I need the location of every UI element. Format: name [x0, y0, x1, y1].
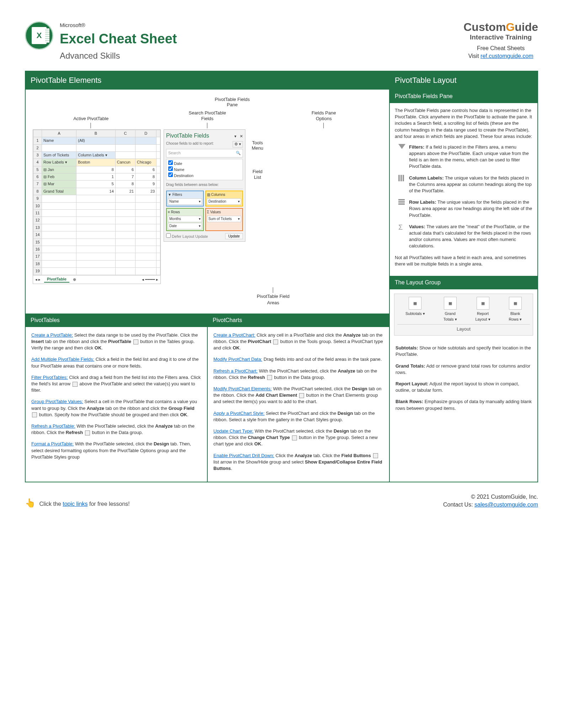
page-subtitle: Advanced Skills [60, 50, 177, 62]
topic-link[interactable]: Add Multiple PivotTable Fields: [31, 357, 94, 362]
callout-fields-pane: PivotTable Fields Pane [215, 97, 250, 108]
section-pivotcharts: PivotCharts [208, 314, 389, 327]
topic-link[interactable]: Modify PivotChart Elements: [213, 386, 272, 391]
layout-group-button: ▦ReportLayout ▾ [475, 297, 490, 322]
search-icon: 🔍 [236, 150, 241, 156]
layout-group-button: ▦GrandTotals ▾ [444, 297, 457, 322]
excel-logo-letter: X [32, 27, 47, 44]
callout-field-list: Field List [248, 169, 267, 180]
excel-logo-icon: X [25, 21, 53, 50]
topic-link[interactable]: Apply a PivotChart Style: [213, 411, 265, 416]
update-button[interactable]: Update [225, 233, 243, 239]
layout-group-button: ▦BlankRows ▾ [509, 297, 522, 322]
topic-link[interactable]: Filter PivotTables: [31, 375, 68, 380]
topic-link[interactable]: Group PivotTable Values: [31, 399, 83, 404]
fields-pane-outro: Not all PivotTables will have a field in… [395, 255, 532, 267]
pivottable-fields-pane-mock: PivotTable Fields▾ ✕ Choose fields to ad… [164, 129, 245, 242]
topic-link[interactable]: Create a PivotTable: [31, 332, 73, 338]
topic-link[interactable]: Refresh a PivotTable: [31, 423, 75, 429]
callout-pane-options: Fields Pane Options [266, 110, 382, 121]
callout-search-fields: Search PivotTable Fields [149, 110, 265, 121]
section-pt-layout: PivotTable Layout [390, 71, 537, 90]
visit-link[interactable]: ref.customguide.com [480, 53, 533, 59]
customguide-logo: CustomGuide [463, 21, 538, 33]
section-pt-elements: PivotTable Elements [26, 71, 389, 90]
columns-icon [398, 175, 405, 182]
topic-link[interactable]: Enable PivotChart Drill Down: [213, 453, 274, 458]
microsoft-label: Microsoft® [60, 21, 177, 29]
topic-link[interactable]: Format a PivotTable: [31, 441, 74, 446]
section-pivottables: PivotTables [26, 314, 207, 327]
free-cheat-sheets-label: Free Cheat Sheets [463, 44, 538, 52]
section-layout-group: The Layout Group [390, 276, 537, 289]
topic-link[interactable]: Refresh a PivotChart: [213, 368, 257, 374]
customguide-tagline: Interactive Training [463, 33, 538, 42]
values-icon: Σ [398, 224, 405, 231]
layout-group-ribbon-mock: ▦Subtotals ▾▦GrandTotals ▾▦ReportLayout … [394, 294, 533, 336]
fields-pane-intro: The PivotTable Fields pane controls how … [395, 107, 532, 140]
topic-link[interactable]: Create a PivotChart: [213, 332, 255, 338]
click-icon: 👆 [25, 498, 36, 508]
section-pt-fields-pane: PivotTable Fields Pane [390, 90, 537, 103]
contact-email-link[interactable]: sales@customguide.com [474, 502, 538, 508]
topic-link[interactable]: Update Chart Type: [213, 428, 254, 434]
sheet-tab-name: PivotTable [44, 277, 69, 283]
filter-icon [398, 144, 405, 151]
mini-spreadsheet: ABCD1Name(All)23Sum of TicketsColumn Lab… [33, 129, 161, 284]
callout-field-areas: PivotTable Field Areas [257, 294, 290, 305]
copyright: © 2021 CustomGuide, Inc. [443, 493, 538, 501]
layout-group-button: ▦Subtotals ▾ [405, 297, 425, 322]
callout-active-pt: Active PivotTable [33, 116, 149, 122]
callout-tools-menu: Tools Menu [248, 140, 267, 151]
topic-links-link[interactable]: topic links [63, 501, 87, 507]
topic-link[interactable]: Modify PivotChart Data: [213, 357, 262, 362]
rows-icon [398, 199, 405, 206]
page-title: Excel Cheat Sheet [60, 30, 177, 48]
